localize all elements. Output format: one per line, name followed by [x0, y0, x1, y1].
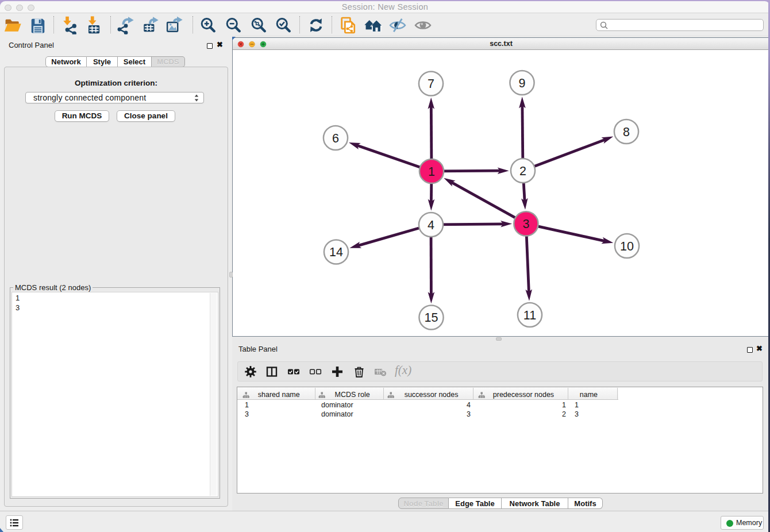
svg-text:3: 3 [522, 217, 529, 231]
svg-text:1: 1 [428, 165, 435, 179]
svg-text:10: 10 [620, 240, 634, 253]
svg-text:4: 4 [428, 218, 434, 232]
svg-text:15: 15 [425, 311, 438, 325]
svg-text:11: 11 [523, 309, 536, 322]
svg-text:6: 6 [332, 132, 339, 145]
svg-text:2: 2 [519, 164, 526, 178]
svg-text:9: 9 [519, 76, 526, 90]
svg-text:14: 14 [329, 245, 343, 259]
svg-text:8: 8 [623, 125, 630, 139]
svg-text:7: 7 [428, 77, 434, 91]
